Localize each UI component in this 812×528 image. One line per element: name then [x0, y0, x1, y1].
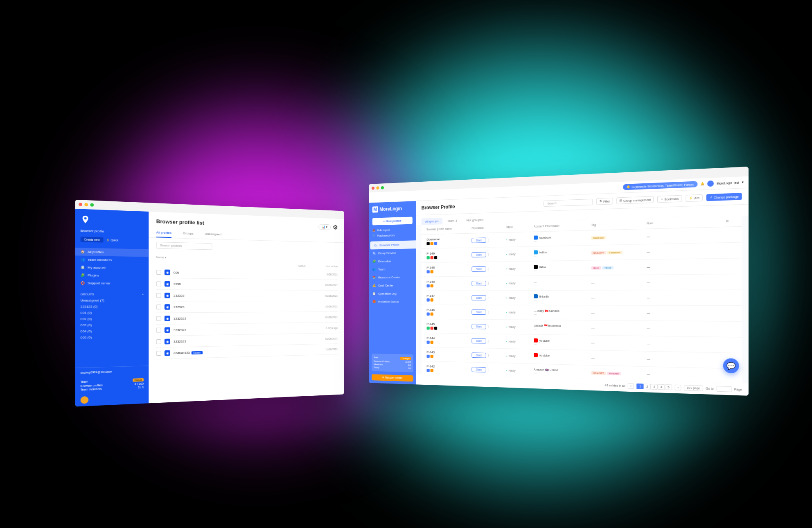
- add-group-icon[interactable]: +: [142, 293, 144, 296]
- row-checkbox[interactable]: [156, 316, 161, 321]
- group-item[interactable]: 001 (0): [75, 309, 149, 316]
- new-profile-button[interactable]: + New profile: [372, 217, 413, 226]
- sidebar-item-my-account[interactable]: 📇My account: [75, 264, 149, 272]
- table-row[interactable]: P-147Start ⋮readylinkedin———: [422, 290, 742, 306]
- tab-team-1[interactable]: team-1: [444, 217, 461, 225]
- page-3[interactable]: 3: [651, 384, 658, 390]
- notification-icon[interactable]: 🔔: [700, 182, 704, 186]
- row-menu-icon[interactable]: ⋮: [487, 296, 490, 300]
- row-checkbox[interactable]: [156, 328, 161, 333]
- avatar[interactable]: [81, 396, 88, 404]
- search-input[interactable]: Search profiles: [156, 242, 212, 250]
- recover-center-button[interactable]: ⟳ Recover center: [372, 374, 413, 381]
- view-toggle[interactable]: 📊 ▾: [318, 224, 331, 230]
- minimize-icon[interactable]: [376, 186, 379, 190]
- tab-unassigned[interactable]: Unassigned: [205, 230, 221, 239]
- search-input[interactable]: Search: [544, 199, 593, 206]
- sidebar-item-extension[interactable]: 🧩Extension: [369, 257, 416, 266]
- page-2[interactable]: 2: [644, 384, 651, 389]
- row-checkbox[interactable]: [156, 351, 161, 356]
- filter-button[interactable]: ⚗ Filter: [596, 198, 613, 205]
- page-4[interactable]: 4: [658, 384, 665, 390]
- row-menu-icon[interactable]: ⋮: [487, 238, 490, 242]
- create-new-button[interactable]: Create new: [81, 237, 104, 242]
- group-mgmt-button[interactable]: ⊞ Group management: [616, 196, 654, 204]
- row-menu-icon[interactable]: ⋮: [487, 253, 490, 256]
- purchase-proxy-link[interactable]: 🛒 Purchase proxy: [369, 232, 416, 238]
- per-page-select[interactable]: 10 / page: [684, 385, 703, 391]
- row-menu-icon[interactable]: ⋮: [487, 368, 490, 372]
- profile-row[interactable]: ◉23232301/08/2021: [156, 290, 338, 301]
- group-item[interactable]: Unassigned (7): [75, 297, 149, 303]
- sidebar-item-team-members[interactable]: 👥Team members: [75, 255, 149, 264]
- minimize-icon[interactable]: [84, 203, 88, 206]
- settings-icon[interactable]: ⚙: [333, 224, 338, 231]
- row-checkbox[interactable]: [156, 282, 161, 287]
- start-button[interactable]: Start: [471, 237, 486, 243]
- start-button[interactable]: Start: [471, 367, 486, 372]
- profile-row[interactable]: ◉23232320/08/2021: [156, 301, 338, 313]
- row-checkbox[interactable]: [156, 270, 161, 275]
- change-package-button[interactable]: ↗ Change package: [706, 193, 742, 201]
- api-button[interactable]: ⚡ API: [686, 194, 703, 202]
- sidebar-item-resource-center[interactable]: 📚Resource Center: [369, 273, 416, 282]
- start-button[interactable]: Start: [471, 309, 486, 315]
- tab-not-grouped[interactable]: Not grouped: [462, 216, 487, 223]
- col-name[interactable]: Browser profile name: [425, 227, 470, 231]
- row-menu-icon[interactable]: ⋮: [487, 282, 490, 285]
- sidebar-item-team[interactable]: 👥Team: [369, 265, 416, 273]
- table-row[interactable]: P-148Start ⋮ready————: [422, 274, 742, 291]
- start-button[interactable]: Start: [471, 324, 486, 329]
- sidebar-item-browser-profile[interactable]: 🗂Browser Profile: [370, 240, 416, 249]
- sidebar-item-proxy-service[interactable]: 🛰Proxy Service: [369, 248, 416, 257]
- tag-badge: Facebook: [607, 251, 623, 255]
- tab-all-groups[interactable]: All groups: [422, 218, 442, 225]
- start-button[interactable]: Start: [471, 352, 486, 358]
- page-5[interactable]: 5: [665, 384, 672, 390]
- tab-groups[interactable]: Groups: [183, 229, 194, 239]
- tab-all-profiles[interactable]: All profiles: [156, 228, 171, 238]
- maximize-icon[interactable]: [381, 186, 384, 190]
- close-icon[interactable]: [372, 187, 374, 190]
- page-1[interactable]: 1: [637, 384, 644, 389]
- change-plan-button[interactable]: Change: [400, 357, 411, 360]
- row-menu-icon[interactable]: ⋮: [487, 354, 490, 357]
- state-label: ready: [506, 282, 515, 284]
- row-menu-icon[interactable]: ⋮: [487, 310, 490, 314]
- start-button[interactable]: Start: [471, 295, 486, 300]
- group-item[interactable]: 323123 (0): [75, 303, 149, 310]
- sidebar-item-support-center[interactable]: 🛟Support center: [75, 279, 149, 287]
- row-checkbox[interactable]: [156, 305, 161, 309]
- row-checkbox[interactable]: [156, 293, 161, 298]
- goto-input[interactable]: [716, 386, 731, 392]
- row-checkbox[interactable]: [156, 339, 161, 344]
- help-fab[interactable]: 💬: [723, 358, 739, 373]
- profile-date: 20/08/2021: [316, 305, 338, 308]
- sidebar-item-invitation-bonus[interactable]: 🎁Invitation Bonus: [369, 298, 416, 306]
- sidebar-item-plugins[interactable]: 🧩Plugins: [75, 271, 149, 280]
- quick-button[interactable]: ⚡ Quick: [106, 238, 118, 242]
- profile-row[interactable]: ◉999909/08/2021: [156, 278, 338, 291]
- sidebar-item-operation-log[interactable]: 📋Operation Log: [369, 289, 416, 298]
- start-button[interactable]: Start: [471, 281, 486, 286]
- table-settings-icon[interactable]: ⚙: [724, 219, 737, 223]
- close-icon[interactable]: [79, 203, 82, 206]
- prev-page[interactable]: ‹: [628, 383, 634, 389]
- user-dropdown-icon[interactable]: ▾: [742, 181, 744, 184]
- profile-row[interactable]: ◉0006/08/2021: [156, 266, 338, 280]
- group-item[interactable]: 005 (0): [75, 334, 149, 341]
- start-button[interactable]: Start: [471, 266, 486, 272]
- row-menu-icon[interactable]: ⋮: [487, 325, 490, 329]
- bookmark-button[interactable]: ☆ Bookmark: [657, 195, 682, 203]
- start-button[interactable]: Start: [471, 252, 486, 257]
- start-button[interactable]: Start: [471, 338, 486, 343]
- promo-banner[interactable]: 🔔 Supersede Sessionbox, TeamViewer, Pars…: [623, 181, 698, 190]
- maximize-icon[interactable]: [90, 203, 94, 206]
- sidebar-item-cost-center[interactable]: 💰Cost Center: [369, 281, 416, 289]
- next-page[interactable]: ›: [675, 385, 681, 390]
- user-name[interactable]: MoreLogin Test: [717, 181, 739, 185]
- avatar[interactable]: [707, 181, 714, 187]
- nav-label: Team: [378, 268, 385, 271]
- row-menu-icon[interactable]: ⋮: [487, 339, 490, 343]
- row-menu-icon[interactable]: ⋮: [487, 267, 490, 271]
